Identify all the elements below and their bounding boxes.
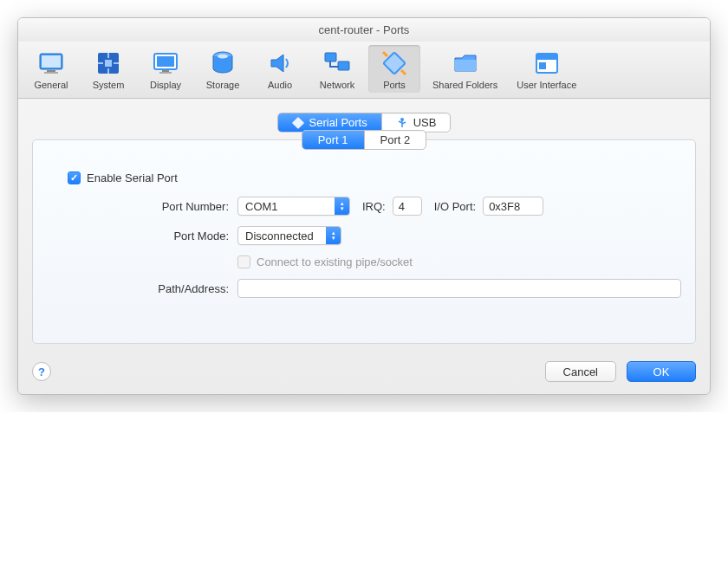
svg-rect-12 [162, 70, 169, 72]
display-icon [152, 48, 179, 78]
help-button[interactable]: ? [32, 362, 51, 381]
general-icon [37, 48, 65, 78]
svg-rect-1 [42, 55, 61, 68]
tab-serial-ports[interactable]: Serial Ports [278, 113, 382, 132]
irq-label: IRQ: [362, 200, 386, 213]
tab-port-2[interactable]: Port 2 [365, 131, 426, 149]
tab-label: Port 2 [380, 133, 411, 146]
port-number-label: Port Number: [47, 200, 237, 213]
port-mode-row: Port Mode: Disconnected [47, 226, 681, 245]
connect-pipe-label: Connect to existing pipe/socket [257, 255, 413, 268]
tab-label: USB [413, 116, 437, 129]
toolbar-shared-folders[interactable]: Shared Folders [426, 45, 504, 93]
toolbar-label: Display [150, 80, 181, 90]
toolbar-label: Network [320, 80, 354, 90]
svg-rect-2 [47, 70, 55, 72]
network-icon [323, 48, 351, 78]
toolbar: General System Display Storage Audio [18, 42, 710, 99]
toolbar-display[interactable]: Display [140, 45, 192, 93]
port-mode-select[interactable]: Disconnected [237, 226, 341, 245]
svg-rect-5 [105, 60, 112, 67]
tab-port-1[interactable]: Port 1 [302, 131, 365, 149]
ui-icon [533, 48, 561, 78]
serial-icon [292, 117, 304, 129]
audio-icon [266, 48, 294, 78]
connect-pipe-row: Connect to existing pipe/socket [47, 255, 681, 268]
svg-rect-17 [338, 61, 349, 70]
port-number-tabs: Port 1 Port 2 [302, 130, 426, 150]
path-address-row: Path/Address: [47, 279, 681, 298]
stepper-arrows-icon [326, 227, 341, 244]
folder-icon [452, 48, 479, 78]
toolbar-label: Audio [268, 80, 292, 90]
ok-button[interactable]: OK [627, 361, 696, 382]
svg-rect-21 [455, 60, 476, 71]
toolbar-ports[interactable]: Ports [368, 45, 420, 93]
enable-serial-port-row: Enable Serial Port [47, 171, 681, 184]
toolbar-label: Shared Folders [432, 80, 497, 90]
tab-usb[interactable]: USB [382, 113, 451, 132]
connect-pipe-checkbox [237, 255, 250, 268]
svg-line-20 [401, 70, 406, 74]
tab-label: Serial Ports [309, 116, 367, 129]
path-address-label: Path/Address: [47, 282, 237, 295]
port-number-select[interactable]: COM1 [237, 197, 350, 216]
toolbar-label: Storage [206, 80, 240, 90]
svg-rect-24 [539, 62, 546, 69]
serial-ports-panel: Port 1 Port 2 Enable Serial Port Port Nu… [32, 139, 696, 344]
irq-value: 4 [399, 200, 405, 213]
port-number-value: COM1 [245, 200, 278, 213]
svg-rect-23 [536, 54, 557, 60]
toolbar-user-interface[interactable]: User Interface [510, 45, 583, 93]
enable-serial-port-label: Enable Serial Port [87, 171, 178, 184]
toolbar-network[interactable]: Network [311, 45, 363, 93]
stepper-arrows-icon [335, 197, 349, 215]
settings-window: cent-router - Ports General System Displ… [17, 17, 711, 395]
toolbar-label: Ports [383, 80, 406, 90]
svg-rect-25 [292, 117, 304, 129]
toolbar-general[interactable]: General [25, 45, 77, 93]
svg-rect-16 [325, 53, 336, 61]
io-port-input[interactable]: 0x3F8 [483, 197, 543, 216]
storage-icon [209, 48, 237, 78]
toolbar-label: User Interface [517, 80, 576, 90]
enable-serial-port-checkbox[interactable] [68, 171, 81, 184]
content-area: Serial Ports USB Port 1 Port 2 [18, 99, 710, 354]
toolbar-audio[interactable]: Audio [254, 45, 306, 93]
io-port-label: I/O Port: [434, 200, 476, 213]
port-mode-label: Port Mode: [47, 229, 237, 242]
svg-line-19 [383, 52, 387, 56]
io-port-value: 0x3F8 [489, 200, 520, 213]
svg-point-15 [218, 55, 228, 59]
port-number-row: Port Number: COM1 IRQ: 4 I/O Port: 0x3F8 [47, 197, 681, 216]
cancel-button[interactable]: Cancel [545, 361, 616, 382]
toolbar-system[interactable]: System [82, 45, 134, 93]
toolbar-storage[interactable]: Storage [197, 45, 249, 93]
window-title: cent-router - Ports [18, 18, 710, 42]
path-address-input[interactable] [237, 279, 681, 298]
svg-rect-13 [159, 72, 172, 74]
toolbar-label: General [34, 80, 68, 90]
ports-icon [380, 48, 408, 78]
port-mode-value: Disconnected [245, 229, 314, 242]
usb-icon [396, 117, 408, 129]
tab-label: Port 1 [318, 133, 348, 146]
irq-input[interactable]: 4 [393, 197, 422, 216]
dialog-footer: ? Cancel OK [18, 354, 710, 394]
svg-rect-11 [157, 56, 174, 67]
svg-rect-3 [44, 72, 58, 74]
system-icon [94, 48, 122, 78]
toolbar-label: System [93, 80, 125, 90]
